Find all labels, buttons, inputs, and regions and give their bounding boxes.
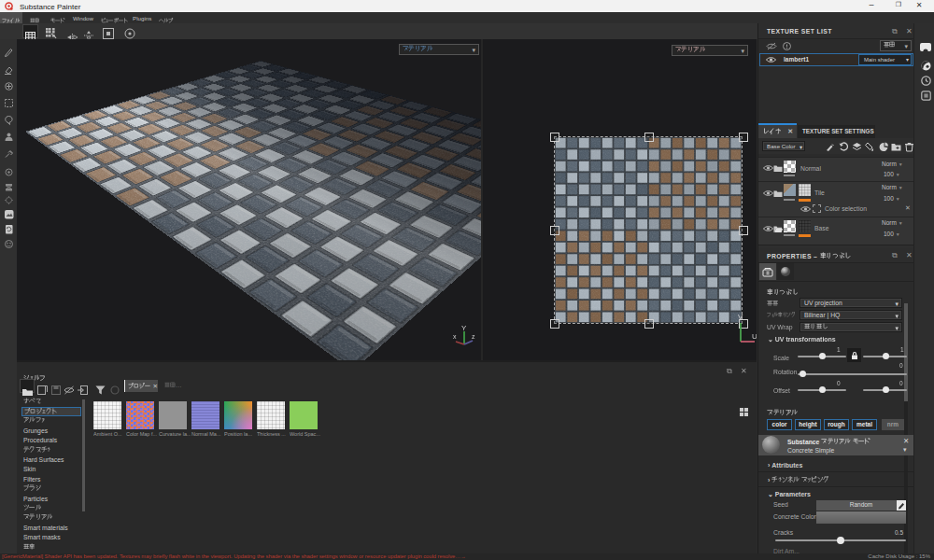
svg-text:x: x bbox=[453, 333, 457, 340]
svg-text:U: U bbox=[752, 332, 757, 341]
svg-text:Y: Y bbox=[461, 324, 467, 332]
svg-text:V: V bbox=[738, 313, 743, 321]
svg-text:z: z bbox=[472, 333, 475, 340]
